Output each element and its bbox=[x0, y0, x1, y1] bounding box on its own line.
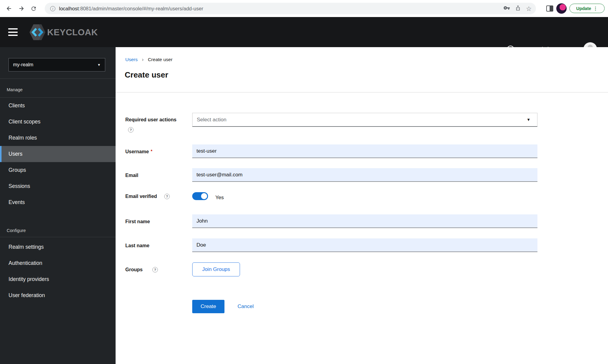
sidebar-item-realm-roles[interactable]: Realm roles bbox=[0, 130, 116, 146]
back-icon[interactable] bbox=[5, 4, 13, 13]
select-caret-icon: ▼ bbox=[526, 117, 530, 122]
last-name-label: Last name bbox=[125, 243, 149, 248]
email-verified-help-icon[interactable]: ? bbox=[164, 194, 170, 199]
cancel-link[interactable]: Cancel bbox=[238, 303, 254, 310]
sidebar-item-users[interactable]: Users bbox=[0, 146, 116, 162]
sidebar-item-authentication[interactable]: Authentication bbox=[0, 255, 116, 271]
sidebar-item-identity-providers[interactable]: Identity providers bbox=[0, 271, 116, 287]
keycloak-brand[interactable]: KEYCLOAK bbox=[29, 23, 98, 41]
chrome-update-label: Update bbox=[576, 6, 591, 11]
username-label: Username* bbox=[125, 149, 152, 154]
sidebar-divider bbox=[0, 237, 116, 237]
required-user-actions-select[interactable]: Select action ▼ bbox=[192, 113, 537, 127]
chrome-update-button[interactable]: Update ⋮ bbox=[569, 4, 605, 13]
bookmark-star-icon[interactable]: ☆ bbox=[526, 5, 532, 12]
first-name-label: First name bbox=[125, 219, 150, 224]
site-info-icon[interactable]: i bbox=[50, 6, 55, 11]
required-user-actions-label: Required user actions bbox=[125, 117, 176, 123]
browser-menu-icon[interactable]: ⋮ bbox=[593, 6, 598, 11]
sidebar-item-clients[interactable]: Clients bbox=[0, 98, 116, 114]
username-input[interactable] bbox=[192, 144, 537, 158]
sidebar-item-realm-settings[interactable]: Realm settings bbox=[0, 239, 116, 255]
reload-icon[interactable] bbox=[29, 4, 38, 13]
sidebar-item-sessions[interactable]: Sessions bbox=[0, 178, 116, 194]
browser-profile-avatar[interactable] bbox=[556, 3, 567, 14]
breadcrumb: Users › Create user bbox=[125, 57, 172, 63]
sidebar: my-realm ▼ Manage Clients Client scopes … bbox=[0, 47, 116, 364]
share-icon[interactable] bbox=[515, 5, 521, 12]
sidebar-item-client-scopes[interactable]: Client scopes bbox=[0, 114, 116, 130]
last-name-input[interactable] bbox=[192, 238, 537, 252]
groups-label: Groups bbox=[125, 267, 143, 272]
nav-toggle-hamburger-icon[interactable] bbox=[8, 28, 18, 36]
side-panel-icon[interactable] bbox=[546, 5, 553, 12]
keycloak-logo-icon bbox=[29, 23, 46, 41]
keycloak-brand-text: KEYCLOAK bbox=[47, 27, 98, 37]
email-label: Email bbox=[125, 173, 138, 178]
sidebar-item-groups[interactable]: Groups bbox=[0, 162, 116, 178]
keycloak-admin-console: i localhost:8081/admin/master/console/#/… bbox=[0, 0, 608, 364]
email-input[interactable] bbox=[192, 168, 537, 182]
realm-selector[interactable]: my-realm ▼ bbox=[9, 58, 105, 71]
toggle-knob bbox=[201, 193, 207, 199]
select-placeholder: Select action bbox=[197, 117, 226, 123]
masthead: KEYCLOAK ? admin ▼ bbox=[0, 17, 608, 47]
breadcrumb-current: Create user bbox=[148, 57, 172, 62]
password-key-icon[interactable] bbox=[503, 5, 510, 12]
email-verified-label: Email verified bbox=[125, 194, 157, 199]
realm-selector-label: my-realm bbox=[13, 62, 33, 68]
sidebar-divider bbox=[0, 78, 116, 79]
forward-icon[interactable] bbox=[17, 4, 26, 13]
browser-toolbar: i localhost:8081/admin/master/console/#/… bbox=[0, 0, 608, 17]
sidebar-item-events[interactable]: Events bbox=[0, 194, 116, 210]
email-verified-toggle[interactable] bbox=[192, 192, 208, 200]
configure-nav-list: Realm settings Authentication Identity p… bbox=[0, 239, 116, 303]
url-text: localhost:8081/admin/master/console/#/my… bbox=[59, 6, 203, 12]
email-verified-state: Yes bbox=[215, 195, 224, 201]
page-title: Create user bbox=[125, 70, 168, 80]
sidebar-section-configure: Configure bbox=[7, 228, 26, 233]
breadcrumb-users-link[interactable]: Users bbox=[125, 57, 137, 62]
sidebar-section-manage: Manage bbox=[7, 87, 23, 92]
first-name-input[interactable] bbox=[192, 214, 537, 228]
required-user-actions-help-icon[interactable]: ? bbox=[128, 127, 134, 133]
title-divider bbox=[116, 92, 608, 92]
create-button[interactable]: Create bbox=[192, 300, 224, 313]
join-groups-button[interactable]: Join Groups bbox=[192, 262, 240, 276]
required-asterisk: * bbox=[151, 149, 152, 154]
realm-selector-caret-icon: ▼ bbox=[97, 63, 101, 67]
manage-nav-list: Clients Client scopes Realm roles Users … bbox=[0, 98, 116, 210]
address-bar-icons: ☆ bbox=[503, 3, 532, 14]
main-content: Users › Create user Create user Required… bbox=[116, 47, 608, 364]
groups-help-icon[interactable]: ? bbox=[152, 267, 158, 272]
breadcrumb-chevron-icon: › bbox=[142, 57, 144, 63]
address-bar[interactable]: i localhost:8081/admin/master/console/#/… bbox=[45, 3, 536, 14]
sidebar-item-user-federation[interactable]: User federation bbox=[0, 287, 116, 303]
